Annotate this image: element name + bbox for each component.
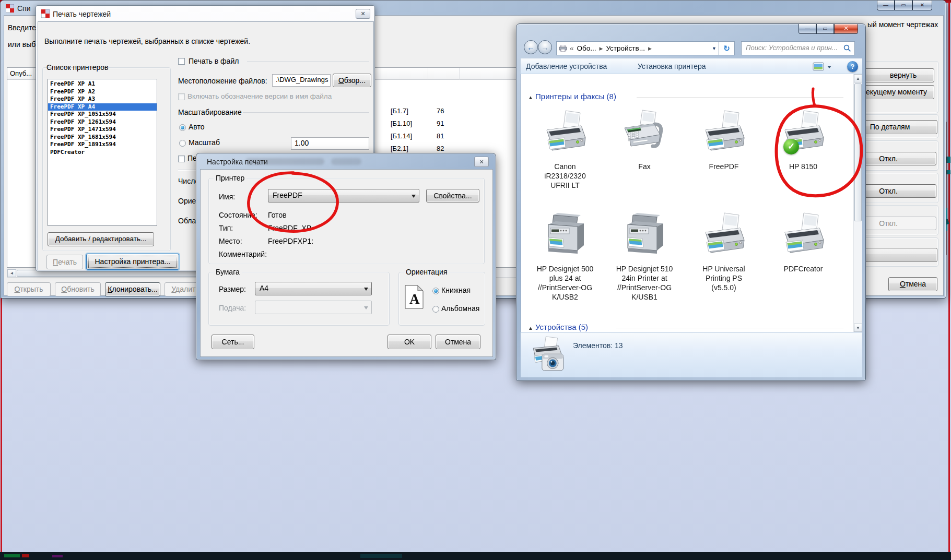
device-item-hp-8150[interactable]: ✓HP 8150 — [764, 109, 843, 171]
properties-button[interactable]: Свойства... — [426, 189, 479, 202]
orientation-group-label: Ориентация — [404, 268, 449, 276]
view-options-icon[interactable] — [812, 61, 832, 75]
breadcrumb-dropdown-icon[interactable]: ▼ — [712, 46, 717, 51]
print-multiple-checkbox[interactable] — [178, 156, 185, 162]
column-header[interactable]: Опуб... — [7, 68, 33, 80]
portrait-radio[interactable] — [432, 288, 439, 294]
auto-radio[interactable] — [179, 124, 186, 131]
column-header[interactable] — [428, 68, 460, 80]
paper-feed-combobox[interactable] — [255, 301, 372, 314]
add-device-button[interactable]: Добавление устройства — [526, 62, 607, 70]
back-button[interactable]: ← — [524, 40, 538, 54]
breadcrumb-arrow-icon[interactable]: ▶ — [648, 46, 652, 51]
vertical-scrollbar[interactable]: ▲ ▼ — [853, 74, 862, 332]
printer-list-item[interactable]: FreePDF XP_1261x594 — [48, 118, 157, 126]
cancel-button[interactable]: Отмена — [436, 335, 480, 349]
printer-name-value: FreePDF — [273, 191, 302, 199]
scroll-up-arrow[interactable]: ▲ — [854, 74, 862, 82]
printer-list-item[interactable]: FreePDF XP A2 — [48, 88, 157, 96]
maximize-button[interactable]: ▭ — [895, 1, 912, 10]
device-item-hp-universal[interactable]: HP UniversalPrinting PS(v5.5.0) — [684, 211, 764, 292]
device-item-freepdf[interactable]: FreePDF — [684, 109, 764, 171]
breadcrumb-item[interactable]: Устройств... — [606, 44, 645, 52]
printer-listbox[interactable]: FreePDF XP A1FreePDF XP A2FreePDF XP A3F… — [48, 79, 157, 226]
paper-group: Бумага — [208, 272, 390, 326]
close-icon[interactable]: ✕ — [356, 9, 370, 19]
printers-section-header[interactable]: ▲ Принтеры и факсы (8) — [528, 92, 616, 101]
table-cell: [Б1.10] — [381, 117, 428, 130]
add-edit-button[interactable]: Добавить / редактировать... — [48, 232, 154, 246]
printer-list-item[interactable]: FreePDF XP A3 — [48, 96, 157, 103]
search-icon[interactable] — [843, 44, 851, 54]
type-label: Тип: — [219, 224, 233, 232]
refresh-icon[interactable]: ↻ — [719, 41, 735, 55]
separator — [247, 61, 369, 62]
paper-size-combobox[interactable]: A4 — [255, 282, 372, 295]
device-item-hp-designjet-500[interactable]: HP Designjet 500plus 24 at//PrintServer-… — [525, 211, 605, 302]
help-icon[interactable]: ? — [847, 61, 858, 72]
print-to-file-checkbox[interactable] — [178, 58, 185, 65]
device-label: HP Designjet 500plus 24 at//PrintServer-… — [525, 264, 605, 302]
scale-radio[interactable] — [179, 140, 186, 147]
panel-cancel-button[interactable]: Отмена — [888, 277, 937, 291]
plotter-icon — [541, 211, 589, 261]
minimize-button[interactable]: — — [799, 24, 816, 34]
maximize-button[interactable]: ▭ — [816, 24, 834, 34]
device-item-pdfcreator[interactable]: PDFCreator — [764, 211, 843, 273]
close-icon[interactable]: ✕ — [474, 157, 489, 167]
device-item-fax[interactable]: Fax — [605, 109, 684, 171]
table-cell: [Б1.7] — [381, 105, 428, 117]
breadcrumb[interactable]: « Обо... ▶ Устройств... ▶ ▼ — [556, 41, 719, 55]
close-button[interactable]: ✕ — [834, 24, 858, 34]
column-header[interactable] — [381, 68, 428, 80]
breadcrumb-chevron[interactable]: « — [570, 44, 574, 52]
device-label: HP UniversalPrinting PS(v5.5.0) — [684, 264, 764, 292]
right-panel-partial-text: ый момент чертежах — [867, 20, 938, 29]
search-input[interactable]: Поиск: Устройства и прин... — [741, 41, 855, 55]
device-label: PDFCreator — [764, 264, 843, 273]
svg-text:A: A — [409, 291, 420, 307]
browse-button[interactable]: Обзор... — [333, 74, 371, 87]
clone-button[interactable]: Клонировать... — [105, 282, 160, 296]
tekla-app-icon — [6, 4, 14, 13]
scroll-left-arrow[interactable]: ◄ — [7, 269, 16, 277]
scaling-label: Масштабирование — [178, 108, 242, 116]
scroll-down-arrow[interactable]: ▼ — [854, 324, 862, 332]
forward-button[interactable]: → — [538, 40, 552, 54]
file-location-field[interactable]: .\DWG_Drawings — [272, 74, 331, 87]
section-expanded-icon[interactable]: ▲ — [528, 325, 533, 331]
default-printer-check-icon: ✓ — [783, 139, 799, 154]
printer-list-item[interactable]: FreePDF XP_1471x594 — [48, 126, 157, 134]
section-expanded-icon[interactable]: ▲ — [528, 94, 533, 100]
minimize-button[interactable]: — — [877, 1, 895, 10]
scroll-thumb[interactable] — [854, 84, 862, 221]
landscape-radio[interactable] — [432, 306, 439, 313]
table-cell: 81 — [428, 130, 460, 142]
breadcrumb-arrow-icon[interactable]: ▶ — [600, 46, 603, 51]
printer-name-combobox[interactable]: FreePDF — [268, 189, 419, 202]
device-item-hp-designjet-510[interactable]: HP Designjet 51024in Printer at//PrintSe… — [605, 211, 684, 302]
printer-list-item[interactable]: FreePDF XP_1051x594 — [48, 111, 157, 118]
devices-section-header[interactable]: ▲ Устройства (5) — [528, 323, 588, 331]
details-pane: Элементов: 13 — [521, 332, 862, 377]
printer-list-item[interactable]: FreePDF XP A4 — [48, 103, 157, 111]
install-printer-button[interactable]: Установка принтера — [638, 62, 706, 70]
device-item-canon[interactable]: CanoniR2318/2320UFRII LT — [525, 109, 605, 190]
refresh-button[interactable]: Обновить — [55, 282, 101, 296]
include-version-checkbox[interactable] — [178, 93, 185, 100]
printer-list-item[interactable]: FreePDF XP_1681x594 — [48, 134, 157, 141]
device-label: FreePDF — [684, 162, 764, 171]
printer-list-item[interactable]: PDFCreator — [48, 149, 157, 157]
breadcrumb-item[interactable]: Обо... — [577, 44, 596, 52]
network-button[interactable]: Сеть... — [212, 335, 254, 349]
open-button[interactable]: Открыть — [7, 282, 51, 296]
close-button[interactable]: ✕ — [912, 1, 932, 10]
include-version-label: Включать обозначение версии в имя файла — [187, 92, 332, 100]
printer-setup-button[interactable]: Настройка принтера... — [86, 254, 179, 270]
print-button[interactable]: Печать — [46, 255, 83, 269]
ok-button[interactable]: OK — [388, 335, 431, 349]
scale-value-input[interactable]: 1.00 — [291, 137, 369, 150]
size-label: Размер: — [219, 285, 246, 293]
printer-list-item[interactable]: FreePDF XP A1 — [48, 80, 157, 88]
printer-list-item[interactable]: FreePDF XP_1891x594 — [48, 141, 157, 149]
